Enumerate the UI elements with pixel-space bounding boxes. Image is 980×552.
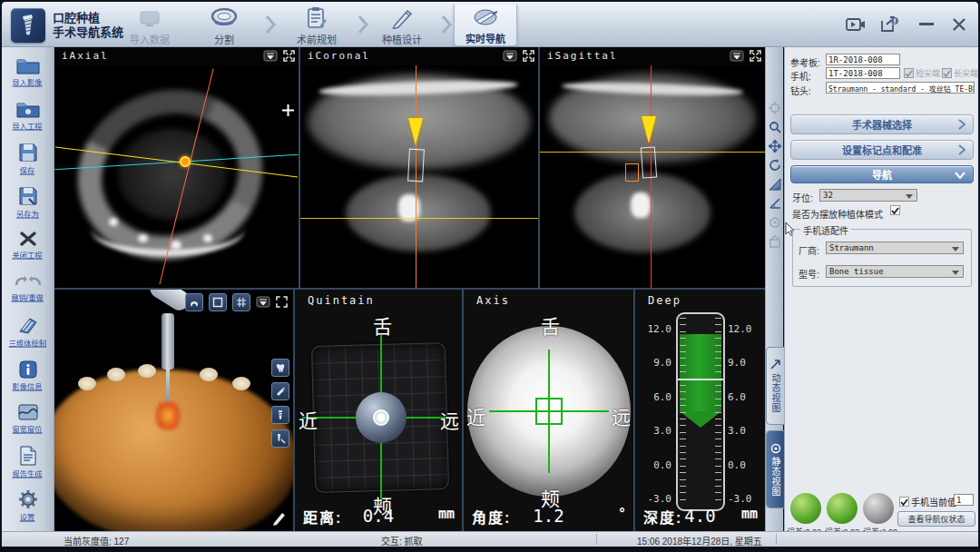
coronal-implant-outline xyxy=(407,149,425,182)
handpiece-status-sphere xyxy=(827,493,858,524)
fullscreen-icon[interactable] xyxy=(523,50,534,62)
current-value-field[interactable]: 1 xyxy=(954,494,974,506)
angle-tool-icon[interactable] xyxy=(769,197,781,210)
layout-menu-icon[interactable] xyxy=(730,50,744,62)
panel-toggle-icon[interactable] xyxy=(209,293,227,311)
save-as-icon xyxy=(18,186,38,206)
panel-axis: Axis 舌 近 远 颊 角度: 1.2 ° xyxy=(464,290,633,531)
sidebar-item-window-level[interactable]: 窗宽窗位 xyxy=(2,398,54,441)
show-tooth-icon[interactable] xyxy=(271,359,289,377)
export-report-button[interactable] xyxy=(878,15,902,34)
step-realtime-navigation[interactable]: 实时导航 xyxy=(454,5,517,46)
sidebar-item-close-project[interactable]: 关闭工程 xyxy=(2,224,54,268)
coronal-ct-image[interactable] xyxy=(300,65,538,288)
sidebar-item-save-as[interactable]: 另存为 xyxy=(2,181,54,224)
show-implant-drill-icon[interactable] xyxy=(271,429,289,448)
record-video-button[interactable] xyxy=(844,15,867,34)
grid-view-icon[interactable] xyxy=(232,293,250,311)
instrument-select-button[interactable]: 手术器械选择 xyxy=(790,114,974,134)
jaw-toggle-icon[interactable] xyxy=(185,293,203,311)
step-implant-design[interactable]: 种植设计 xyxy=(370,5,434,46)
measure-tool-icon[interactable] xyxy=(769,178,781,191)
axial-target-dot xyxy=(180,156,191,167)
close-button[interactable] xyxy=(947,15,971,34)
minimize-button[interactable] xyxy=(915,15,938,34)
save-icon xyxy=(18,143,38,163)
sidebar-item-volume-render[interactable]: 三维体绘制 xyxy=(2,310,54,354)
sidebar-item-import-project[interactable]: 导入工程 xyxy=(2,94,54,138)
segmentation-teeth-icon xyxy=(209,5,240,32)
viewport-coronal[interactable]: iCoronal xyxy=(300,47,538,288)
scale-tick: 3.0 xyxy=(641,425,671,437)
pan-tool-icon[interactable] xyxy=(769,140,781,153)
label-distal: 远 xyxy=(440,406,459,433)
tab-static-view[interactable]: 静态视图 xyxy=(766,430,784,508)
fullscreen-icon[interactable] xyxy=(276,296,288,308)
viewport-axial[interactable]: iAxial xyxy=(54,47,299,288)
axial-ct-image[interactable] xyxy=(54,65,299,288)
label-lingual: 舌 xyxy=(373,311,392,339)
registration-button[interactable]: 设置标记点和配准 xyxy=(790,140,974,160)
sagittal-ct-image[interactable] xyxy=(540,65,765,288)
tab-dynamic-view[interactable]: 动态视图 xyxy=(766,347,784,425)
reset-tool-icon[interactable] xyxy=(769,235,781,248)
folder-import-icon xyxy=(16,57,40,74)
chevron-down-icon xyxy=(955,171,965,179)
drill-field[interactable]: Straumann - standard - 攻丝钻 TE-BL - Φ3. xyxy=(826,82,975,94)
viewport-3d[interactable] xyxy=(54,290,293,531)
fullscreen-icon[interactable] xyxy=(750,50,761,62)
window-level-icon xyxy=(17,403,39,421)
scale-tick: 12.0 xyxy=(641,323,671,335)
chevron-right-icon xyxy=(957,119,965,130)
label-distal: 远 xyxy=(612,402,631,429)
dynamic-view-icon xyxy=(770,360,781,370)
axis-metric: 角度: 1.2 ° xyxy=(464,506,633,526)
sidebar-item-report[interactable]: 报告生成 xyxy=(2,441,54,485)
step-separator-icon xyxy=(439,15,454,34)
axial-add-button[interactable] xyxy=(281,104,295,117)
rotate-tool-icon[interactable] xyxy=(769,159,781,172)
long-tip-checkbox[interactable]: 长尖端 xyxy=(942,67,978,79)
annotate-pen-icon[interactable] xyxy=(271,509,288,526)
ref-board-field[interactable]: 1R-2018-008 xyxy=(826,54,900,65)
step-segmentation[interactable]: 分割 xyxy=(192,5,256,46)
tooth-position-select[interactable]: 32 xyxy=(819,189,917,202)
statusbar: 当前灰度值: 127 交互: 抓取 15:06 2018年12月28日, 星期五 xyxy=(2,531,978,547)
undo-redo-icon xyxy=(13,275,44,290)
link-tool-icon[interactable] xyxy=(769,216,781,229)
handpiece-field[interactable]: 1T-2018-008 xyxy=(826,67,900,79)
current-value-checkbox[interactable]: 手机当前值 xyxy=(899,495,956,508)
scale-tick: -3.0 xyxy=(641,493,671,505)
sagittal-drill-arrow xyxy=(642,116,656,143)
jaw-3d-render[interactable] xyxy=(54,290,293,531)
navigator-status-button[interactable]: 查看导航仪状态 xyxy=(897,511,975,527)
viewport-sagittal[interactable]: iSagittal xyxy=(540,47,765,288)
sidebar-item-settings[interactable]: 设置 xyxy=(2,484,54,527)
show-implant-icon[interactable] xyxy=(271,406,289,424)
adapter-groupbox: 手机适配件 厂商: Straumann 型号: Bone tissue xyxy=(792,229,972,287)
implant-mode-checkbox[interactable] xyxy=(890,205,900,215)
navigation-section-button[interactable]: 导航 xyxy=(790,165,974,183)
navigation-settings-panel: 参考板: 1R-2018-008 手机: 1T-2018-008 短尖端 长尖端… xyxy=(784,47,978,531)
layout-menu-icon[interactable] xyxy=(503,50,517,62)
sidebar-item-import-image[interactable]: 导入影像 xyxy=(2,51,54,94)
vendor-select[interactable]: Straumann xyxy=(826,242,964,254)
sidebar-item-image-info[interactable]: 影像信息 xyxy=(2,354,54,398)
folder-project-icon xyxy=(16,101,40,118)
viewport-sagittal-header: iSagittal xyxy=(540,47,765,65)
scale-tick: 9.0 xyxy=(641,357,671,369)
implant-mode-label: 是否为摆放种植体模式 xyxy=(792,207,883,221)
layout-menu-icon[interactable] xyxy=(256,296,270,308)
fullscreen-icon[interactable] xyxy=(283,50,295,62)
layout-menu-icon[interactable] xyxy=(263,50,278,62)
sidebar-item-undo-redo[interactable]: 撤销/重做 xyxy=(2,268,54,311)
model-select[interactable]: Bone tissue xyxy=(826,265,964,278)
zoom-tool-icon[interactable] xyxy=(769,121,781,133)
coronal-drill-arrow xyxy=(408,118,423,145)
target-tool-icon[interactable] xyxy=(769,102,781,114)
short-tip-checkbox[interactable]: 短尖端 xyxy=(904,67,940,79)
step-preop-planning[interactable]: 术前规划 xyxy=(285,5,348,46)
quintain-title: Quintain xyxy=(308,294,375,307)
show-drill-icon[interactable] xyxy=(271,382,289,400)
sidebar-item-save[interactable]: 保存 xyxy=(2,137,54,181)
